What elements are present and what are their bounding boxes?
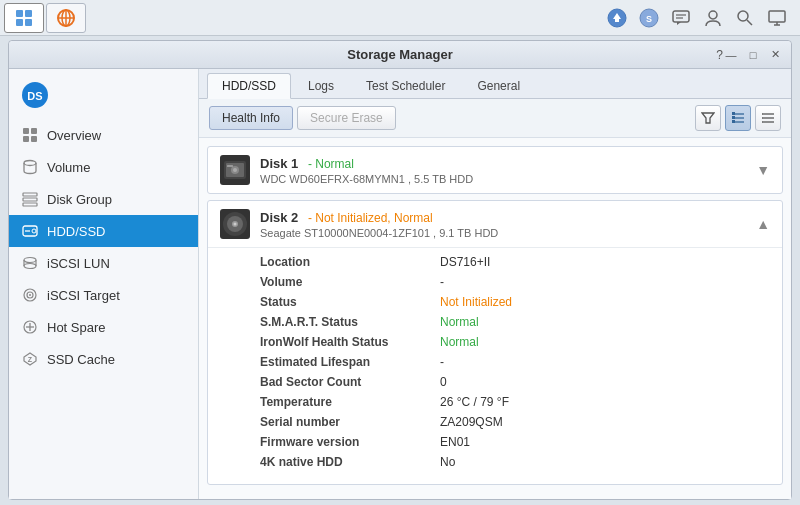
sidebar-logo: DS (9, 75, 198, 119)
disk-1-status: - Normal (308, 157, 354, 171)
sidebar-item-hot-spare[interactable]: Hot Spare (9, 311, 198, 343)
disk-2-subtitle: Seagate ST10000NE0004-1ZF101 , 9.1 TB HD… (260, 227, 746, 239)
window-body: DS Overview Volume Disk Group (9, 69, 791, 499)
detail-label-smart: S.M.A.R.T. Status (260, 315, 440, 329)
disk-2-chevron-icon[interactable]: ▲ (756, 216, 770, 232)
disk-2-header[interactable]: Disk 2 - Not Initialized, Normal Seagate… (208, 201, 782, 247)
svg-point-37 (24, 264, 36, 269)
app-grid-button[interactable] (4, 3, 44, 33)
minimize-button[interactable]: — (723, 48, 739, 62)
svg-rect-3 (25, 19, 32, 26)
tab-hdd-ssd[interactable]: HDD/SSD (207, 73, 291, 99)
sidebar-item-label: SSD Cache (47, 352, 115, 367)
disk-1-name-area: Disk 1 - Normal WDC WD60EFRX-68MYMN1 , 5… (260, 156, 746, 185)
window-controls: — □ ✕ (723, 48, 783, 62)
sidebar: DS Overview Volume Disk Group (9, 69, 199, 499)
sidebar-item-overview[interactable]: Overview (9, 119, 198, 151)
app-switcher (4, 3, 86, 33)
svg-point-17 (709, 11, 717, 19)
detail-label-lifespan: Estimated Lifespan (260, 355, 440, 369)
svg-rect-25 (23, 128, 29, 134)
search-icon[interactable] (734, 7, 756, 29)
tab-logs[interactable]: Logs (293, 73, 349, 98)
sidebar-item-iscsi-lun[interactable]: iSCSI LUN (9, 247, 198, 279)
sidebar-item-label: iSCSI LUN (47, 256, 110, 271)
sidebar-item-label: Volume (47, 160, 90, 175)
sidebar-item-hdd-ssd[interactable]: HDD/SSD (9, 215, 198, 247)
hdd-icon (21, 222, 39, 240)
tab-general[interactable]: General (462, 73, 535, 98)
upload-icon[interactable] (606, 7, 628, 29)
detail-row-bad-sector: Bad Sector Count 0 (260, 372, 770, 392)
detail-value-status: Not Initialized (440, 295, 512, 309)
detail-value-ironwolf: Normal (440, 335, 479, 349)
window-titlebar: Storage Manager ? — □ ✕ (9, 41, 791, 69)
sidebar-item-label: Disk Group (47, 192, 112, 207)
disk-1-header[interactable]: Disk 1 - Normal WDC WD60EFRX-68MYMN1 , 5… (208, 147, 782, 193)
disk-2-name: Disk 2 (260, 210, 298, 225)
restore-button[interactable]: □ (745, 48, 761, 62)
svg-point-61 (233, 168, 237, 172)
svg-text:Z: Z (28, 356, 33, 363)
svg-line-19 (747, 20, 752, 25)
svg-rect-54 (732, 120, 735, 123)
sidebar-item-label: HDD/SSD (47, 224, 106, 239)
sidebar-item-label: Hot Spare (47, 320, 106, 335)
disk-2-expanded: Location DS716+II Volume - Status Not In… (208, 247, 782, 484)
secure-erase-button[interactable]: Secure Erase (297, 106, 396, 130)
toolbar-right (695, 105, 781, 131)
disk-group-icon (21, 190, 39, 208)
user-icon[interactable] (702, 7, 724, 29)
detail-row-status: Status Not Initialized (260, 292, 770, 312)
svg-rect-31 (23, 198, 37, 201)
top-right-icons: S (606, 7, 796, 29)
close-button[interactable]: ✕ (767, 48, 783, 62)
disk-1-chevron-icon[interactable]: ▼ (756, 162, 770, 178)
svg-text:DS: DS (27, 90, 42, 102)
detail-row-firmware: Firmware version EN01 (260, 432, 770, 452)
tab-test-scheduler[interactable]: Test Scheduler (351, 73, 460, 98)
iscsi-target-icon (21, 286, 39, 304)
detail-row-ironwolf: IronWolf Health Status Normal (260, 332, 770, 352)
filter-icon-button[interactable] (695, 105, 721, 131)
detail-row-serial: Serial number ZA209QSM (260, 412, 770, 432)
detail-value-location: DS716+II (440, 255, 490, 269)
svg-point-66 (234, 223, 237, 226)
sidebar-item-disk-group[interactable]: Disk Group (9, 183, 198, 215)
svg-rect-2 (16, 19, 23, 26)
detail-value-volume: - (440, 275, 444, 289)
svg-rect-30 (23, 193, 37, 196)
disk-2-status: - Not Initialized, Normal (308, 211, 433, 225)
disk-1-item: Disk 1 - Normal WDC WD60EFRX-68MYMN1 , 5… (207, 146, 783, 194)
disk-1-subtitle: WDC WD60EFRX-68MYMN1 , 5.5 TB HDD (260, 173, 746, 185)
health-info-button[interactable]: Health Info (209, 106, 293, 130)
disk-2-name-area: Disk 2 - Not Initialized, Normal Seagate… (260, 210, 746, 239)
desktop-icon[interactable] (766, 7, 788, 29)
chat-icon[interactable] (670, 7, 692, 29)
detail-value-4k: No (440, 455, 455, 469)
svg-rect-20 (769, 11, 785, 22)
window-title: Storage Manager (347, 47, 452, 62)
sidebar-item-volume[interactable]: Volume (9, 151, 198, 183)
iscsi-lun-icon (21, 254, 39, 272)
detail-label-ironwolf: IronWolf Health Status (260, 335, 440, 349)
volume-icon (21, 158, 39, 176)
sidebar-item-ssd-cache[interactable]: Z SSD Cache (9, 343, 198, 375)
tabs-bar: HDD/SSD Logs Test Scheduler General (199, 69, 791, 99)
detail-row-lifespan: Estimated Lifespan - (260, 352, 770, 372)
sub-toolbar: Health Info Secure Erase (199, 99, 791, 138)
app-globe-button[interactable] (46, 3, 86, 33)
sidebar-item-iscsi-target[interactable]: iSCSI Target (9, 279, 198, 311)
svg-point-29 (24, 161, 36, 166)
list-view-button[interactable] (725, 105, 751, 131)
svg-point-18 (738, 11, 748, 21)
svg-rect-32 (23, 203, 37, 206)
compact-view-button[interactable] (755, 105, 781, 131)
help-button[interactable]: ? (716, 48, 723, 62)
svg-rect-1 (25, 10, 32, 17)
synology-icon[interactable]: S (638, 7, 660, 29)
svg-rect-27 (23, 136, 29, 142)
synology-logo-icon: DS (21, 81, 49, 109)
svg-text:S: S (646, 14, 652, 24)
svg-point-34 (32, 229, 36, 233)
